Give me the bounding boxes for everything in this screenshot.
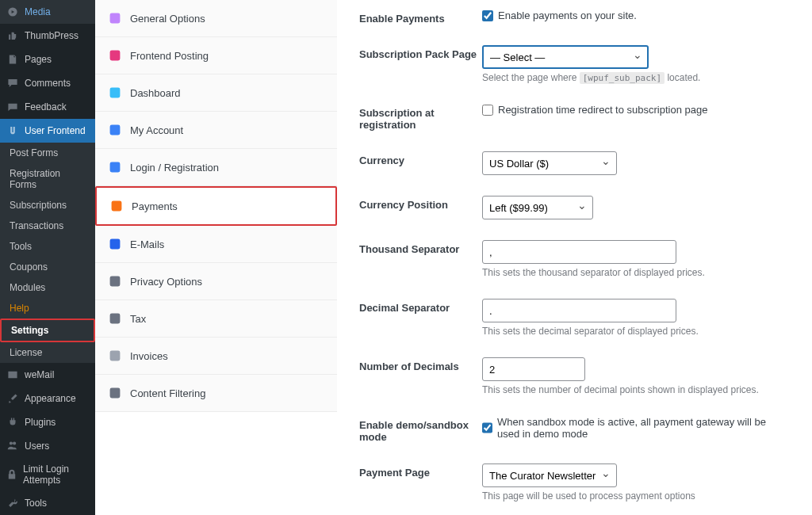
tab-icon (108, 237, 122, 251)
thousand-sep-help: This sets the thousand separator of disp… (482, 267, 790, 278)
settings-tab-general-options[interactable]: General Options (95, 0, 337, 37)
tab-icon (108, 86, 122, 100)
num-decimals-label: Number of Decimals (359, 357, 482, 372)
currency-label: Currency (359, 151, 482, 166)
user-frontend-submenu: Post FormsRegistration FormsSubscription… (0, 143, 95, 363)
svg-rect-13 (110, 388, 121, 399)
wp-admin-sidebar: MediaThumbPressPagesCommentsFeedbackUser… (0, 0, 95, 515)
uf-icon (6, 124, 19, 137)
wp-menu-users[interactable]: Users (0, 434, 95, 458)
tab-icon (108, 11, 122, 25)
wp-menu-plugins[interactable]: Plugins (0, 410, 95, 434)
decimal-sep-input[interactable] (482, 299, 676, 322)
settings-tab-login-registration[interactable]: Login / Registration (95, 149, 337, 186)
payment-page-select[interactable]: The Curator Newsletter (482, 464, 617, 487)
enable-payments-checkbox-label[interactable]: Enable payments on your site. (482, 10, 637, 21)
svg-rect-11 (110, 314, 121, 324)
enable-payments-label: Enable Payments (359, 10, 482, 25)
settings-tab-dashboard[interactable]: Dashboard (95, 74, 337, 112)
payment-page-label: Payment Page (359, 464, 482, 479)
svg-rect-12 (110, 351, 121, 361)
sandbox-checkbox[interactable] (482, 422, 492, 433)
brush-icon (6, 392, 19, 405)
wp-menu-comments[interactable]: Comments (0, 71, 95, 95)
subscription-page-select[interactable]: — Select — (482, 45, 649, 69)
uf-sub-help[interactable]: Help (0, 298, 95, 319)
svg-rect-4 (110, 51, 121, 61)
num-decimals-help: This sets the number of decimal points s… (482, 384, 790, 395)
svg-rect-3 (110, 13, 121, 24)
uf-sub-registration-forms[interactable]: Registration Forms (0, 163, 95, 195)
svg-rect-5 (110, 88, 121, 98)
thumb-icon (6, 29, 19, 42)
wp-menu-thumbpress[interactable]: ThumbPress (0, 24, 95, 48)
uf-sub-coupons[interactable]: Coupons (0, 257, 95, 277)
payment-page-help: This page will be used to process paymen… (482, 490, 790, 502)
svg-rect-8 (112, 201, 122, 212)
subscription-page-label: Subscription Pack Page (359, 45, 482, 60)
wp-menu-tools[interactable]: Tools (0, 491, 95, 515)
sub-registration-checkbox[interactable] (482, 105, 493, 116)
tab-icon (108, 274, 122, 288)
uf-sub-tools[interactable]: Tools (0, 236, 95, 257)
enable-payments-checkbox[interactable] (482, 10, 493, 21)
uf-sub-settings[interactable]: Settings (0, 319, 95, 342)
wp-menu-media[interactable]: Media (0, 0, 95, 24)
sub-registration-label: Subscription at registration (359, 104, 482, 131)
tab-icon (108, 349, 122, 363)
subscription-page-help: Select the page where [wpuf_sub_pack] lo… (482, 72, 790, 83)
uf-sub-subscriptions[interactable]: Subscriptions (0, 195, 95, 216)
comment-icon (6, 77, 19, 90)
tab-icon (108, 386, 122, 400)
wp-menu-wemail[interactable]: weMail (0, 363, 95, 387)
tab-icon (108, 48, 122, 63)
sandbox-label: Enable demo/sandbox mode (359, 416, 482, 443)
feedback-icon (6, 101, 19, 113)
settings-tab-payments[interactable]: Payments (95, 186, 337, 226)
settings-tab-frontend-posting[interactable]: Frontend Posting (95, 37, 337, 74)
num-decimals-input[interactable] (482, 357, 585, 381)
sub-registration-checkbox-label[interactable]: Registration time redirect to subscripti… (482, 104, 707, 116)
lock-icon (6, 468, 17, 481)
settings-tab-content-filtering[interactable]: Content Filtering (95, 375, 337, 412)
uf-sub-license[interactable]: License (0, 342, 95, 363)
settings-tab-my-account[interactable]: My Account (95, 112, 337, 149)
uf-sub-post-forms[interactable]: Post Forms (0, 143, 95, 163)
tab-icon (108, 160, 122, 174)
plug-icon (6, 416, 19, 429)
settings-content: Enable Payments Enable payments on your … (337, 0, 812, 515)
svg-rect-7 (110, 162, 121, 173)
svg-rect-9 (110, 239, 121, 250)
mail-icon (6, 368, 19, 381)
svg-rect-6 (110, 125, 121, 135)
wp-menu-pages[interactable]: Pages (0, 48, 95, 71)
wp-menu-feedback[interactable]: Feedback (0, 95, 95, 119)
media-icon (6, 6, 19, 18)
currency-pos-select[interactable]: Left ($99.99) (482, 196, 593, 219)
uf-sub-modules[interactable]: Modules (0, 277, 95, 298)
users-icon (6, 440, 19, 452)
tab-icon (108, 311, 122, 326)
settings-tab-tax[interactable]: Tax (95, 300, 337, 338)
tab-icon (109, 199, 124, 213)
settings-tab-privacy-options[interactable]: Privacy Options (95, 263, 337, 300)
settings-tab-e-mails[interactable]: E-Mails (95, 226, 337, 263)
wp-menu-limit-login-attempts[interactable]: Limit Login Attempts (0, 458, 95, 491)
sandbox-checkbox-label[interactable]: When sandbox mode is active, all payment… (482, 416, 790, 440)
wp-menu-appearance[interactable]: Appearance (0, 387, 95, 410)
settings-tab-invoices[interactable]: Invoices (95, 338, 337, 375)
page-icon (6, 53, 19, 66)
wp-menu-user-frontend[interactable]: User Frontend (0, 119, 95, 143)
currency-pos-label: Currency Position (359, 196, 482, 211)
decimal-sep-help: This sets the decimal separator of displ… (482, 326, 790, 337)
decimal-sep-label: Decimal Separator (359, 299, 482, 314)
uf-sub-transactions[interactable]: Transactions (0, 216, 95, 236)
thousand-sep-label: Thousand Separator (359, 240, 482, 255)
settings-tabs-column: General OptionsFrontend PostingDashboard… (95, 0, 337, 515)
wrench-icon (6, 497, 19, 509)
thousand-sep-input[interactable] (482, 240, 676, 264)
tab-icon (108, 123, 122, 137)
svg-rect-10 (110, 277, 121, 287)
currency-select[interactable]: US Dollar ($) (482, 151, 617, 175)
